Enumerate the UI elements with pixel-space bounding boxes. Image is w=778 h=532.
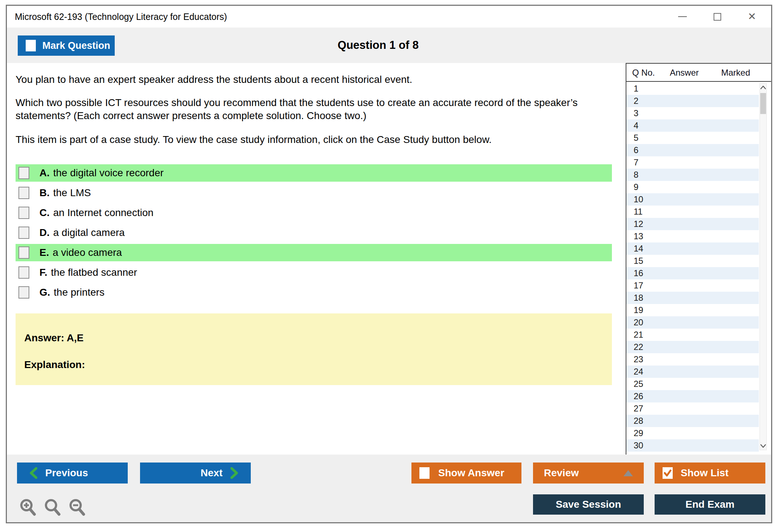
answer-option-row[interactable]: A.the digital voice recorder [16, 164, 612, 182]
option-checkbox[interactable] [18, 227, 29, 239]
question-list-header: Q No. Answer Marked [626, 64, 771, 82]
option-letter: B. [39, 187, 50, 199]
close-button[interactable]: ✕ [747, 11, 757, 22]
chevron-left-icon [29, 467, 37, 479]
question-list-row[interactable]: 2 [626, 95, 759, 107]
question-list-row[interactable]: 25 [626, 378, 759, 390]
question-list-row[interactable]: 15 [626, 255, 759, 267]
question-list-row[interactable]: 20 [626, 316, 759, 329]
option-checkbox[interactable] [18, 207, 29, 219]
question-number: 3 [626, 108, 638, 118]
question-list-row[interactable]: 14 [626, 242, 759, 255]
explanation-label: Explanation: [24, 359, 612, 371]
question-number: 5 [626, 133, 638, 143]
question-area: You plan to have an expert speaker addre… [7, 63, 626, 455]
zoom-in-button[interactable] [18, 498, 38, 518]
option-letter: D. [39, 227, 50, 238]
question-list-row[interactable]: 7 [626, 156, 759, 169]
question-list-row[interactable]: 23 [626, 353, 759, 366]
question-list-row[interactable]: 17 [626, 279, 759, 292]
option-letter: F. [39, 267, 47, 278]
question-list-row[interactable]: 13 [626, 230, 759, 242]
zoom-out-button[interactable] [68, 498, 87, 518]
option-checkbox[interactable] [18, 286, 29, 299]
main-area: You plan to have an expert speaker addre… [7, 63, 771, 455]
question-list-row[interactable]: 18 [626, 292, 759, 304]
option-checkbox[interactable] [18, 266, 29, 279]
question-list-row[interactable]: 6 [626, 144, 759, 156]
previous-label: Previous [45, 467, 88, 479]
option-checkbox[interactable] [18, 167, 29, 179]
mark-question-button[interactable]: Mark Question [18, 35, 115, 56]
option-checkbox[interactable] [18, 246, 29, 259]
zoom-reset-button[interactable] [43, 498, 63, 518]
question-list-row[interactable]: 9 [626, 181, 759, 193]
question-list-row[interactable]: 10 [626, 193, 759, 206]
save-session-button[interactable]: Save Session [533, 494, 644, 515]
question-list-row[interactable]: 22 [626, 341, 759, 353]
next-label: Next [200, 467, 223, 479]
zoom-icon [43, 498, 62, 517]
maximize-icon [714, 13, 721, 21]
answer-option-row[interactable]: B.the LMS [16, 184, 612, 202]
maximize-button[interactable] [712, 11, 723, 22]
question-list-row[interactable]: 11 [626, 206, 759, 218]
question-list-row[interactable]: 4 [626, 119, 759, 132]
question-number: 13 [626, 231, 643, 241]
previous-button[interactable]: Previous [17, 463, 128, 484]
question-number: 9 [626, 182, 638, 192]
question-list-row[interactable]: 19 [626, 304, 759, 316]
answer-option-row[interactable]: G.the printers [16, 284, 612, 301]
next-button[interactable]: Next [140, 463, 251, 484]
footer-bar: Previous Next Show Answer Review [7, 455, 771, 522]
collapse-arrow-icon [623, 470, 633, 476]
question-list-row[interactable]: 12 [626, 218, 759, 230]
show-list-button[interactable]: Show List [655, 463, 765, 484]
answer-option-row[interactable]: C.an Internet connection [16, 204, 612, 221]
end-exam-button[interactable]: End Exam [655, 494, 765, 515]
option-letter: A. [39, 167, 50, 179]
question-number: 2 [626, 96, 638, 106]
question-list-row[interactable]: 27 [626, 402, 759, 415]
scroll-up-button[interactable] [760, 84, 766, 92]
window-title: Microsoft 62-193 (Technology Literacy fo… [15, 6, 227, 28]
answer-option-row[interactable]: F.the flatbed scanner [16, 264, 612, 281]
option-letter: G. [39, 287, 50, 298]
question-list-row[interactable]: 28 [626, 415, 759, 427]
question-list-row[interactable]: 21 [626, 329, 759, 341]
question-number: 19 [626, 305, 643, 315]
answer-option-row[interactable]: E.a video camera [16, 244, 612, 261]
scrollbar [760, 83, 767, 450]
question-list-row[interactable]: 1 [626, 83, 759, 95]
question-list-rows: 1234567891011121314151617181920212223242… [626, 83, 759, 452]
option-checkbox[interactable] [18, 187, 29, 199]
question-list-row[interactable]: 30 [626, 439, 759, 452]
question-list-row[interactable]: 5 [626, 132, 759, 144]
scrollbar-thumb[interactable] [760, 93, 766, 114]
minimize-button[interactable] [677, 11, 688, 22]
question-number: 29 [626, 428, 643, 438]
answer-label: Answer: A,E [24, 332, 612, 344]
question-number: 26 [626, 391, 643, 401]
end-exam-label: End Exam [685, 499, 734, 510]
question-number: 22 [626, 342, 643, 352]
question-number: 21 [626, 330, 643, 340]
question-list-row[interactable]: 16 [626, 267, 759, 279]
question-number: 20 [626, 317, 643, 328]
question-number: 16 [626, 268, 643, 278]
answer-option-row[interactable]: D.a digital camera [16, 224, 612, 241]
question-list-row[interactable]: 29 [626, 427, 759, 439]
column-header-qno: Q No. [632, 64, 655, 82]
zoom-in-icon [19, 498, 38, 517]
show-answer-button[interactable]: Show Answer [411, 463, 521, 484]
question-list-row[interactable]: 26 [626, 390, 759, 402]
question-list-row[interactable]: 24 [626, 366, 759, 378]
review-button[interactable]: Review [533, 463, 644, 484]
question-list-row[interactable]: 8 [626, 169, 759, 181]
scroll-down-button[interactable] [760, 442, 766, 450]
mark-question-checkbox-icon [26, 40, 36, 51]
review-label: Review [544, 467, 579, 479]
scroll-up-icon [760, 86, 766, 89]
question-list-row[interactable]: 3 [626, 107, 759, 119]
option-text: an Internet connection [53, 207, 153, 219]
